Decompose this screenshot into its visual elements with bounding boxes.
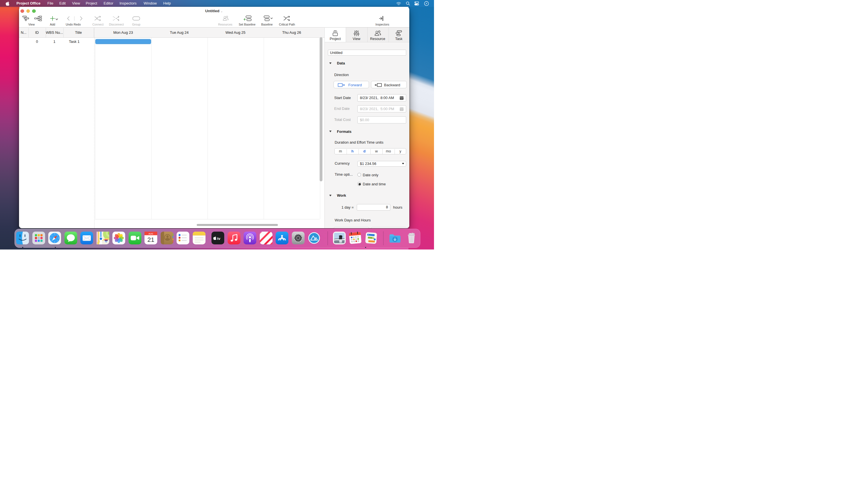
svg-text:280: 280 — [105, 240, 108, 242]
svg-text:AUG: AUG — [149, 232, 153, 235]
svg-text:tv: tv — [217, 236, 220, 240]
svg-text:21: 21 — [148, 236, 155, 243]
